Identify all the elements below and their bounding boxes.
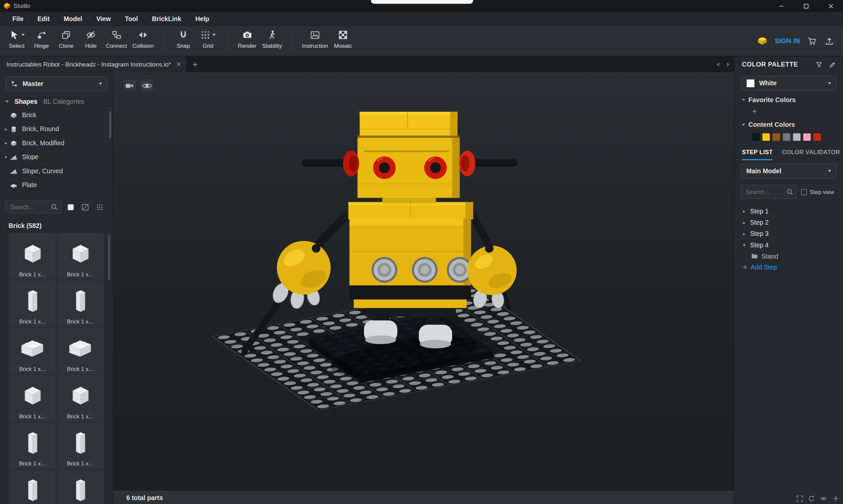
part-card[interactable]: Brick 1 x... [56,469,104,504]
parts-search-input[interactable] [6,203,48,211]
color-swatch[interactable] [803,133,811,141]
close-button[interactable] [818,0,843,12]
reset-view-button[interactable] [808,495,815,502]
hidden-parts-button[interactable] [820,495,827,502]
color-dropdown[interactable]: White [741,76,837,91]
step-search-box[interactable] [741,185,797,199]
cart-button[interactable] [807,36,817,46]
zoom-add-button[interactable] [832,495,839,502]
part-card[interactable]: Brick 1 x... [8,469,56,504]
color-swatch[interactable] [783,133,790,141]
part-card[interactable]: Brick 1 x... [8,375,56,422]
filter-solid-button[interactable] [65,202,76,213]
new-tab-button[interactable] [187,56,203,72]
orbit-mode-button[interactable] [140,80,153,92]
toolbar-separator [163,31,164,51]
tool-snap[interactable]: Snap [171,26,196,56]
tool-collision[interactable]: Collision [129,26,156,56]
viewport-3d[interactable]: 6 total parts [113,72,734,504]
menu-tool[interactable]: Tool [118,12,145,25]
sign-in-button[interactable]: SIGN IN [775,37,800,45]
tab-bl-categories[interactable]: BL Categories [43,98,84,105]
tool-instruction[interactable]: Instruction [299,26,330,56]
content-colors-header[interactable]: Content Colors [742,121,836,128]
tab-shapes[interactable]: Shapes [15,98,38,105]
tab-nav-right-button[interactable] [723,61,734,67]
step-row-1[interactable]: ▸ Step 1 [734,205,843,216]
tab-step-list[interactable]: STEP LIST [742,149,772,160]
tool-select[interactable]: Select [4,26,29,56]
tool-mosaic[interactable]: Mosaic [331,26,356,56]
step-row-4[interactable]: ▾ Step 4 [734,239,843,250]
step-child-stand[interactable]: Stand [734,251,843,262]
tool-stability[interactable]: Stability [259,26,285,56]
step-search-input[interactable] [741,188,782,196]
tab-nav-left-button[interactable] [712,61,723,67]
maximize-button[interactable] [794,0,818,12]
add-step-button[interactable]: Add Step [734,264,843,271]
close-tab-icon[interactable] [177,62,181,67]
document-tab[interactable]: Instructables Robot - Brickheadz - Insta… [0,56,187,72]
step-row-2[interactable]: ▸ Step 2 [734,217,843,228]
minimize-button[interactable] [769,0,794,12]
tool-clone[interactable]: Clone [54,26,78,56]
category-item-plate[interactable]: Plate [0,178,113,192]
color-swatch[interactable] [793,133,801,141]
category-item-clipped[interactable] [0,192,113,196]
fit-view-button[interactable] [796,495,803,502]
menu-model[interactable]: Model [57,12,89,25]
category-item-brick-round[interactable]: ▸ Brick, Round [0,122,113,136]
tool-render[interactable]: Render [235,26,259,56]
tool-grid[interactable]: Grid [196,26,220,56]
menu-edit[interactable]: Edit [30,12,56,25]
part-card[interactable]: Brick 1 x... [56,233,104,280]
step-view-checkbox[interactable] [801,189,807,195]
menu-file[interactable]: File [5,12,30,25]
color-swatch[interactable] [762,133,770,141]
expand-chevron-icon[interactable]: ▸ [743,220,750,225]
category-item-brick-modified[interactable]: ▸ Brick, Modified [0,136,113,150]
tool-connect[interactable]: Connect [103,26,129,56]
favorite-colors-header[interactable]: Favorite Colors [742,96,836,104]
filter-printed-button[interactable] [80,202,91,213]
main-model-dropdown[interactable]: Main Model [741,163,837,179]
color-swatch[interactable] [752,133,760,141]
part-card[interactable]: Brick 1 x... [8,422,56,469]
expand-chevron-icon[interactable]: ▸ [743,231,750,236]
lego-robot-model[interactable] [205,107,587,427]
category-item-slope-curved[interactable]: Slope, Curved [0,164,113,178]
grid-view-button[interactable] [94,202,105,213]
part-card[interactable]: Brick 1 x... [56,422,104,469]
expand-chevron-icon[interactable]: ▸ [3,140,9,146]
camera-view-button[interactable] [123,80,136,92]
part-card[interactable]: Brick 1 x... [56,327,104,374]
tool-hinge[interactable]: Hinge [29,26,54,56]
part-card[interactable]: Brick 1 x... [56,280,104,327]
category-item-brick[interactable]: Brick [0,108,113,122]
category-item-slope[interactable]: ▸ Slope [0,150,113,164]
color-swatch[interactable] [772,133,780,141]
tab-color-validator[interactable]: COLOR VALIDATOR [782,149,840,160]
menu-help[interactable]: Help [189,12,216,25]
parts-scrollbar[interactable] [108,235,110,280]
expand-chevron-icon[interactable]: ▸ [743,208,750,214]
palette-edit-button[interactable] [828,60,837,69]
color-swatch[interactable] [813,133,821,141]
part-card[interactable]: Brick 1 x... [8,327,56,374]
parts-search-box[interactable] [5,201,61,214]
menu-bricklink[interactable]: BrickLink [145,12,189,25]
part-card[interactable]: Brick 1 x... [8,233,56,280]
tool-hide[interactable]: Hide [78,26,103,56]
part-card[interactable]: Brick 1 x... [8,280,56,327]
upload-button[interactable] [824,36,835,46]
palette-filter-button[interactable] [815,60,823,69]
expand-chevron-icon[interactable]: ▸ [3,154,9,159]
category-scrollbar[interactable] [109,111,111,138]
part-card[interactable]: Brick 1 x... [56,375,104,422]
model-step-dropdown[interactable]: Master [5,76,107,92]
add-favorite-color-button[interactable]: + [742,104,836,115]
menu-view[interactable]: View [89,12,118,25]
step-row-3[interactable]: ▸ Step 3 [734,228,843,239]
expand-chevron-icon[interactable]: ▸ [3,126,9,132]
expand-chevron-icon[interactable]: ▾ [743,242,750,247]
